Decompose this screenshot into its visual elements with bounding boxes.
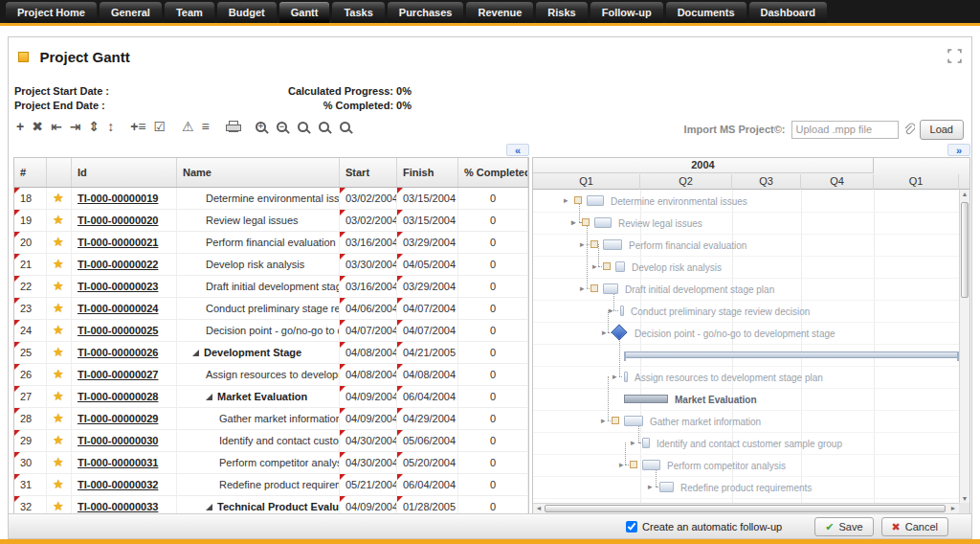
favorite-star-icon[interactable]: ★ (53, 345, 64, 359)
tab-project-home[interactable]: Project Home (6, 2, 97, 23)
gantt-milestone-diamond[interactable] (612, 325, 628, 341)
favorite-star-icon[interactable]: ★ (53, 389, 64, 403)
task-row[interactable]: 23★TI-000-00000024Conduct preliminary st… (14, 298, 528, 320)
task-row[interactable]: 27★TI-000-00000028Market Evaluation04/09… (14, 386, 528, 408)
tab-team[interactable]: Team (165, 2, 214, 23)
task-id-link[interactable]: TI-000-00000026 (78, 347, 158, 358)
task-row[interactable]: 32★TI-000-00000033Technical Product Eval… (14, 496, 528, 513)
scroll-up-icon[interactable]: ▲ (960, 191, 969, 197)
task-row[interactable]: 31★TI-000-00000032Redefine product requi… (14, 474, 528, 496)
task-id-link[interactable]: TI-000-00000033 (78, 501, 158, 512)
gantt-task-bar[interactable] (587, 195, 604, 206)
gantt-task-bar[interactable] (603, 283, 618, 294)
task-start-handle[interactable] (590, 240, 598, 248)
gantt-task-bar[interactable] (642, 438, 650, 448)
favorite-star-icon[interactable]: ★ (53, 257, 64, 271)
favorite-star-icon[interactable]: ★ (53, 499, 64, 513)
gantt-horizontal-scrollbar[interactable]: ◄ ► (533, 503, 959, 513)
favorite-star-icon[interactable]: ★ (53, 191, 64, 205)
horizontal-scroll-thumb[interactable] (545, 505, 946, 512)
zoom-day-icon[interactable] (319, 122, 329, 132)
favorite-star-icon[interactable]: ★ (53, 301, 64, 315)
column-header-start[interactable]: Start (340, 158, 397, 187)
column-header-id[interactable]: Id (72, 158, 177, 187)
task-row[interactable]: 19★TI-000-00000020Review legal issues03/… (14, 210, 528, 232)
task-id-link[interactable]: TI-000-00000023 (78, 281, 158, 292)
column-header-completed[interactable]: % Completed (458, 158, 528, 187)
paperclip-icon[interactable] (903, 123, 915, 137)
collapse-left-panel-button[interactable]: « (506, 144, 529, 156)
gantt-task-bar[interactable] (659, 482, 674, 492)
task-id-link[interactable]: TI-000-00000019 (78, 193, 158, 204)
print-icon[interactable] (226, 121, 239, 133)
scroll-left-icon[interactable]: ◄ (534, 505, 544, 511)
save-button[interactable]: ✔ Save (814, 517, 873, 536)
task-row[interactable]: 20★TI-000-00000021Perform financial eval… (14, 232, 528, 254)
task-row[interactable]: 30★TI-000-00000031Perform competitor ana… (14, 452, 528, 474)
task-start-handle[interactable] (574, 196, 582, 204)
column-header-name[interactable]: Name (177, 158, 340, 187)
scroll-down-icon[interactable]: ▼ (960, 495, 969, 502)
expanded-group-icon[interactable] (192, 350, 199, 356)
column-header-finish[interactable]: Finish (397, 158, 458, 187)
baselines-icon[interactable]: ≡ (202, 117, 210, 136)
maximize-icon[interactable] (947, 49, 962, 67)
add-task-icon[interactable]: + (16, 117, 24, 136)
move-task-icon[interactable]: ↕ (107, 117, 114, 136)
tab-revenue[interactable]: Revenue (466, 2, 533, 23)
gantt-task-bar[interactable] (594, 217, 612, 228)
tab-follow-up[interactable]: Follow-up (590, 2, 663, 23)
gantt-task-bar[interactable] (620, 306, 624, 316)
zoom-in-icon[interactable]: + (256, 122, 266, 132)
vertical-scroll-thumb[interactable] (961, 202, 969, 298)
tab-dashboard[interactable]: Dashboard (749, 2, 827, 23)
tab-documents[interactable]: Documents (666, 2, 746, 23)
gantt-task-bar[interactable] (642, 460, 660, 470)
tab-budget[interactable]: Budget (217, 2, 277, 23)
task-row[interactable]: 24★TI-000-00000025Decision point - go/no… (14, 320, 528, 342)
gantt-task-bar[interactable] (624, 372, 628, 382)
favorite-star-icon[interactable]: ★ (53, 411, 64, 425)
task-id-link[interactable]: TI-000-00000032 (78, 479, 158, 490)
expand-right-panel-button[interactable]: » (947, 144, 970, 156)
task-row[interactable]: 18★TI-000-00000019Determine environmenta… (14, 188, 528, 210)
favorite-star-icon[interactable]: ★ (53, 477, 64, 491)
load-button[interactable]: Load (920, 120, 964, 140)
auto-followup-checkbox[interactable] (626, 521, 637, 533)
zoom-out-icon[interactable]: − (277, 122, 287, 132)
favorite-star-icon[interactable]: ★ (53, 235, 64, 249)
gantt-task-bar[interactable] (624, 416, 643, 426)
task-row[interactable]: 29★TI-000-00000030Identify and contact c… (14, 430, 528, 452)
auto-followup-option[interactable]: Create an automatic follow-up (626, 521, 782, 533)
gantt-task-bar[interactable] (615, 261, 625, 272)
tab-gantt[interactable]: Gantt (279, 2, 330, 23)
task-id-link[interactable]: TI-000-00000029 (78, 413, 158, 424)
task-row[interactable]: 21★TI-000-00000022Develop risk analysis0… (14, 254, 528, 276)
add-subtask-icon[interactable]: +≡ (130, 117, 145, 136)
tab-tasks[interactable]: Tasks (332, 2, 384, 23)
task-start-handle[interactable] (603, 262, 611, 270)
delete-task-icon[interactable]: ✖ (32, 117, 43, 136)
task-start-handle[interactable] (612, 417, 619, 424)
task-id-link[interactable]: TI-000-00000020 (78, 215, 158, 226)
warning-icon[interactable]: ⚠ (182, 117, 194, 136)
task-start-handle[interactable] (630, 461, 637, 468)
column-header-[interactable]: # (14, 158, 47, 187)
task-checklist-icon[interactable]: ☑ (153, 117, 166, 136)
zoom-reset-icon[interactable] (340, 122, 350, 132)
gantt-vertical-scrollbar[interactable]: ▲ ▼ (959, 190, 969, 503)
task-id-link[interactable]: TI-000-00000022 (78, 259, 158, 270)
task-id-link[interactable]: TI-000-00000027 (78, 369, 158, 380)
expanded-group-icon[interactable] (206, 504, 212, 510)
expand-rows-icon[interactable]: ⇕ (88, 117, 100, 136)
task-row[interactable]: 25★TI-000-00000026Development Stage04/08… (14, 342, 528, 364)
cancel-button[interactable]: ✖ Cancel (881, 517, 948, 536)
gantt-task-bar[interactable] (603, 239, 622, 250)
upload-mpp-input[interactable] (791, 121, 899, 139)
favorite-star-icon[interactable]: ★ (53, 279, 64, 293)
task-id-link[interactable]: TI-000-00000024 (78, 303, 158, 314)
indent-task-icon[interactable]: ⇥ (70, 117, 81, 136)
favorite-star-icon[interactable]: ★ (53, 433, 64, 447)
gantt-summary-bar[interactable] (624, 395, 668, 403)
task-start-handle[interactable] (590, 284, 598, 292)
